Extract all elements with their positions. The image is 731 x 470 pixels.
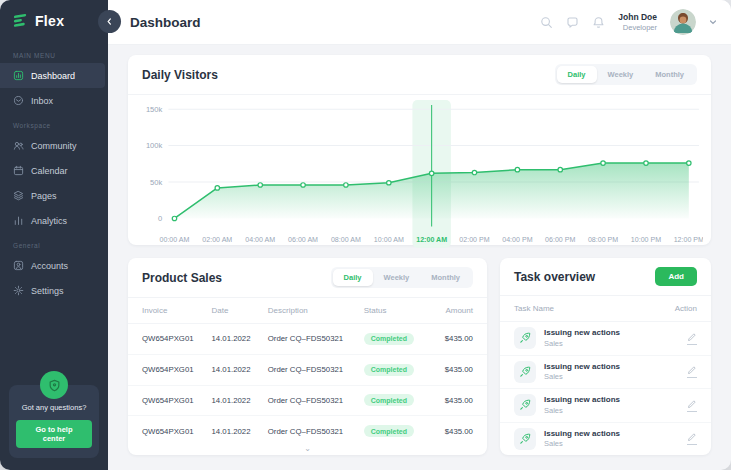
edit-icon[interactable] bbox=[687, 399, 697, 412]
table-row[interactable]: QW654PXG0114.01.2022Order CQ–FDS50321Com… bbox=[128, 386, 487, 417]
rocket-icon bbox=[514, 327, 536, 349]
svg-text:04:00 AM: 04:00 AM bbox=[245, 236, 275, 244]
dashboard-icon bbox=[13, 70, 24, 81]
svg-text:12:00 AM: 12:00 AM bbox=[416, 236, 447, 244]
accounts-icon bbox=[13, 260, 24, 271]
edit-icon[interactable] bbox=[687, 365, 697, 378]
cell-amount: $435.00 bbox=[427, 365, 473, 374]
cell-status: Completed bbox=[364, 394, 427, 406]
sidebar-item-analytics[interactable]: Analytics bbox=[0, 208, 108, 233]
table-row[interactable]: QW654PXG0114.01.2022Order CQ–FDS50321Com… bbox=[128, 324, 487, 355]
add-task-button[interactable]: Add bbox=[655, 267, 697, 286]
svg-text:0: 0 bbox=[158, 214, 162, 223]
list-item[interactable]: Issuing new actionsSales bbox=[500, 322, 711, 356]
status-badge: Completed bbox=[364, 425, 414, 437]
table-row[interactable]: QW654PXG0114.01.2022Order CQ–FDS50321Com… bbox=[128, 355, 487, 386]
visitors-chart: 150k100k50k000:00 AM02:00 AM04:00 AM06:0… bbox=[128, 95, 711, 251]
cell-amount: $435.00 bbox=[427, 334, 473, 343]
svg-text:06:00 PM: 06:00 PM bbox=[545, 236, 575, 244]
sidebar-nav: MAIN MENUDashboardInboxWorkspaceCommunit… bbox=[0, 43, 108, 361]
avatar[interactable] bbox=[670, 9, 696, 35]
table-more-chevron-icon[interactable]: ⌄ bbox=[128, 446, 487, 455]
chat-icon[interactable] bbox=[566, 16, 579, 29]
search-icon[interactable] bbox=[540, 16, 553, 29]
settings-icon bbox=[13, 285, 24, 296]
content: Daily Visitors DailyWeeklyMonthly 150k10… bbox=[108, 45, 731, 470]
visitors-tab-weekly[interactable]: Weekly bbox=[597, 66, 645, 83]
cell-amount: $435.00 bbox=[427, 427, 473, 436]
sidebar-item-inbox[interactable]: Inbox bbox=[0, 88, 108, 113]
rocket-icon bbox=[514, 394, 536, 416]
nav-section-label: Workspace bbox=[0, 113, 108, 133]
cell-invoice: QW654PXG01 bbox=[142, 365, 212, 374]
user-role: Developer bbox=[618, 23, 657, 32]
chevron-down-icon[interactable] bbox=[709, 18, 717, 26]
sidebar-item-label: Dashboard bbox=[31, 71, 75, 81]
task-name: Issuing new actions bbox=[544, 362, 620, 372]
task-overview-card: Task overview Add Task Name Action Issui… bbox=[500, 258, 711, 455]
cell-description: Order CQ–FDS50321 bbox=[268, 427, 364, 436]
visitors-tab-daily[interactable]: Daily bbox=[557, 66, 597, 83]
list-item[interactable]: Issuing new actionsSales bbox=[500, 423, 711, 456]
user-menu[interactable]: John Doe Developer bbox=[618, 12, 657, 32]
nav-section-label: MAIN MENU bbox=[0, 43, 108, 63]
task-category: Sales bbox=[544, 339, 620, 349]
sidebar-item-label: Community bbox=[31, 141, 77, 151]
svg-text:12:00 PM: 12:00 PM bbox=[674, 236, 703, 244]
task-category: Sales bbox=[544, 372, 620, 382]
sidebar-item-community[interactable]: Community bbox=[0, 133, 108, 158]
edit-icon[interactable] bbox=[687, 332, 697, 345]
task-name-column: Task Name bbox=[514, 304, 554, 313]
flex-logo-icon bbox=[12, 12, 29, 29]
logo[interactable]: Flex bbox=[0, 0, 108, 43]
sidebar-item-accounts[interactable]: Accounts bbox=[0, 253, 108, 278]
sales-tab-weekly[interactable]: Weekly bbox=[373, 269, 421, 286]
table-row[interactable]: QW654PXG0114.01.2022Order CQ–FDS50321Com… bbox=[128, 416, 487, 446]
status-badge: Completed bbox=[364, 394, 414, 406]
status-badge: Completed bbox=[364, 333, 414, 345]
sidebar-item-calendar[interactable]: Calendar bbox=[0, 158, 108, 183]
task-action-column: Action bbox=[675, 304, 697, 313]
column-header-amount: Amount bbox=[427, 306, 473, 315]
logo-text: Flex bbox=[35, 13, 64, 29]
task-name: Issuing new actions bbox=[544, 395, 620, 405]
help-question: Got any questions? bbox=[16, 403, 92, 412]
app-window: Flex MAIN MENUDashboardInboxWorkspaceCom… bbox=[0, 0, 731, 470]
cell-description: Order CQ–FDS50321 bbox=[268, 334, 364, 343]
rocket-icon bbox=[514, 361, 536, 383]
page-title: Dashboard bbox=[130, 15, 201, 30]
visitors-tab-monthly[interactable]: Monthly bbox=[644, 66, 695, 83]
cell-status: Completed bbox=[364, 333, 427, 345]
cell-status: Completed bbox=[364, 364, 427, 376]
visitors-tab-group: DailyWeeklyMonthly bbox=[555, 64, 697, 85]
product-sales-card: Product Sales DailyWeeklyMonthly Invoice… bbox=[128, 258, 487, 455]
svg-text:06:00 AM: 06:00 AM bbox=[288, 236, 318, 244]
cell-amount: $435.00 bbox=[427, 396, 473, 405]
sidebar-collapse-button[interactable] bbox=[98, 10, 121, 33]
cell-date: 14.01.2022 bbox=[212, 365, 268, 374]
sales-tab-daily[interactable]: Daily bbox=[333, 269, 373, 286]
main-area: Dashboard John Doe Developer bbox=[108, 0, 731, 470]
svg-text:150k: 150k bbox=[146, 105, 163, 114]
list-item[interactable]: Issuing new actionsSales bbox=[500, 389, 711, 423]
sidebar-item-pages[interactable]: Pages bbox=[0, 183, 108, 208]
sales-tab-group: DailyWeeklyMonthly bbox=[331, 267, 473, 288]
cell-description: Order CQ–FDS50321 bbox=[268, 396, 364, 405]
rocket-icon bbox=[514, 428, 536, 450]
sidebar-item-label: Pages bbox=[31, 191, 57, 201]
product-sales-title: Product Sales bbox=[142, 271, 222, 285]
help-center-button[interactable]: Go to help center bbox=[16, 420, 92, 448]
sidebar-item-settings[interactable]: Settings bbox=[0, 278, 108, 303]
svg-text:10:00 PM: 10:00 PM bbox=[631, 236, 661, 244]
cell-invoice: QW654PXG01 bbox=[142, 427, 212, 436]
list-item[interactable]: Issuing new actionsSales bbox=[500, 356, 711, 390]
bell-icon[interactable] bbox=[592, 16, 605, 29]
edit-icon[interactable] bbox=[687, 432, 697, 445]
sidebar-item-dashboard[interactable]: Dashboard bbox=[0, 63, 105, 88]
sales-tab-monthly[interactable]: Monthly bbox=[420, 269, 471, 286]
cell-invoice: QW654PXG01 bbox=[142, 334, 212, 343]
analytics-icon bbox=[13, 215, 24, 226]
svg-text:10:00 AM: 10:00 AM bbox=[374, 236, 404, 244]
cell-date: 14.01.2022 bbox=[212, 334, 268, 343]
svg-text:50k: 50k bbox=[150, 178, 162, 187]
